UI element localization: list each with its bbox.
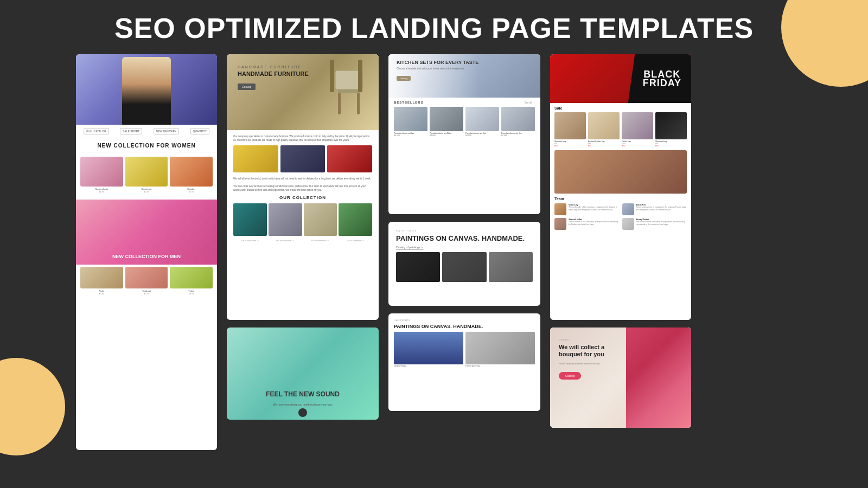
painting-grey-sketch bbox=[465, 332, 535, 364]
collection-link-3[interactable]: Go to collection → bbox=[304, 239, 337, 242]
nav-item-new-delivery[interactable]: NEW DELIVERY bbox=[154, 128, 180, 134]
column-fashion: FULL CATALOG SALE SPORT NEW DELIVERY QUA… bbox=[76, 54, 217, 483]
women-items-grid: Sports shorts $1.99 Sports suit $5.99 Sn… bbox=[76, 152, 217, 197]
list-item[interactable]: Porcelain dinner set 6pc $4 999 bbox=[394, 107, 427, 137]
nav-item-full-catalog[interactable]: FULL CATALOG bbox=[84, 128, 109, 134]
item-image-lime bbox=[170, 267, 213, 288]
painting-pencil-label: Pencil painting bbox=[465, 364, 535, 367]
svg-rect-5 bbox=[358, 60, 362, 92]
music-template-card[interactable]: FEEL THE NEW SOUND We have everything yo… bbox=[227, 328, 379, 420]
item-price: $5.99 bbox=[80, 292, 123, 295]
collection-link-2[interactable]: Go to collection → bbox=[269, 239, 302, 242]
bestsellers-label: BESTSELLERS bbox=[394, 101, 424, 104]
bf-body: Sale Shoulder bag $99 $55 Knotted leathe… bbox=[550, 103, 691, 233]
list-item[interactable]: Sports shorts $1.99 bbox=[80, 157, 123, 193]
bf-store-overlay bbox=[554, 150, 687, 194]
coll-image-plant bbox=[339, 203, 372, 236]
list-item[interactable]: Knotted leather bag $89 $55 bbox=[588, 112, 620, 147]
kitchen-prod-img-1 bbox=[394, 107, 427, 131]
team-member-info: Aleut Kin Senior seamstress, is engaged … bbox=[636, 203, 687, 211]
list-item[interactable]: Shoulder bag $89 $55 bbox=[655, 112, 687, 147]
item-price: $3.99 bbox=[170, 292, 213, 295]
nav-item-sale-sport[interactable]: SALE SPORT bbox=[120, 128, 142, 134]
list-item[interactable]: Oil paintings bbox=[394, 332, 463, 367]
templates-grid: FULL CATALOG SALE SPORT NEW DELIVERY QUA… bbox=[0, 54, 868, 483]
team-grid: Viola Loy The co-founder of the boutique… bbox=[554, 203, 687, 230]
canvas-link[interactable]: Catalog of paintings → bbox=[396, 246, 533, 249]
svg-rect-2 bbox=[338, 93, 341, 114]
list-item[interactable]: Pencil painting bbox=[465, 332, 535, 367]
furniture-template-card[interactable]: HANDMADE FURNITURE HANDMADE FURNITURE Ca… bbox=[227, 54, 379, 320]
furniture-description: Our company specializes in custom made f… bbox=[233, 134, 372, 142]
furniture-description3: You can order any furniture according to… bbox=[233, 184, 372, 192]
list-item[interactable]: Tracksuit $5.99 bbox=[125, 267, 168, 295]
music-subtitle: We have everything you need to please yo… bbox=[227, 403, 379, 406]
collection-link-1[interactable]: Go to collection → bbox=[233, 239, 267, 242]
list-item[interactable]: T-shirt $3.99 bbox=[170, 267, 213, 295]
furniture-description2: We sell all over the world, due to which… bbox=[233, 177, 372, 181]
coll-image-round bbox=[304, 203, 337, 236]
list-item[interactable]: Shoulder bag $99 $55 bbox=[554, 112, 586, 147]
item-image-pink bbox=[80, 157, 123, 187]
fashion-men-hero: NEW COLLECTION FOR MEN bbox=[76, 200, 217, 265]
canvas-images bbox=[396, 252, 533, 282]
item-price: $6.99 bbox=[170, 190, 213, 193]
item-image-orange bbox=[170, 157, 213, 187]
kitchen-subtitle: Choose a headset that suits your home st… bbox=[397, 67, 478, 70]
column-furniture: HANDMADE FURNITURE HANDMADE FURNITURE Ca… bbox=[227, 54, 379, 483]
kitchen-prod-price-1: $4 999 bbox=[394, 134, 427, 137]
bf-bag-4 bbox=[655, 112, 687, 139]
kitchen-title: KITCHEN SETS FOR EVERY TASTE bbox=[397, 60, 478, 66]
list-item[interactable]: Porcelain dinner set Ritter $4 999 bbox=[430, 107, 463, 137]
list-item: Simerd Hillar The co-owner of the compan… bbox=[554, 218, 620, 230]
furniture-hero-title: HANDMADE FURNITURE bbox=[238, 70, 309, 77]
coll-image-grey bbox=[269, 203, 302, 236]
nav-item-quantity[interactable]: QUANTITY bbox=[190, 128, 209, 134]
paintings-title: PAINTINGS ON CANVAS. HANDMADE. bbox=[394, 324, 535, 330]
kitchen-template-card[interactable]: KITCHEN SETS FOR EVERY TASTE Choose a he… bbox=[388, 54, 540, 214]
music-title: FEEL THE NEW SOUND bbox=[227, 390, 379, 398]
furniture-catalog-button[interactable]: Catalog bbox=[238, 84, 256, 90]
kitchen-catalog-button[interactable]: Catalog bbox=[397, 76, 411, 81]
see-all-link[interactable]: See all → bbox=[524, 101, 535, 104]
furniture-hero-section: HANDMADE FURNITURE HANDMADE FURNITURE Ca… bbox=[227, 54, 379, 130]
item-image-yellow bbox=[125, 157, 168, 187]
team-member-info: Avery Potter The creator of the new item… bbox=[636, 218, 687, 226]
team-label: Team bbox=[554, 197, 687, 201]
canvas-eyebrow: PAINTINGS bbox=[396, 229, 533, 232]
flowers-catalog-button[interactable]: Catalog bbox=[559, 372, 581, 380]
column-kitchen: KITCHEN SETS FOR EVERY TASTE Choose a he… bbox=[388, 54, 540, 483]
kitchen-body: BESTSELLERS See all → Porcelain dinner s… bbox=[388, 98, 540, 140]
list-item[interactable]: Sneaker $6.99 bbox=[170, 157, 213, 193]
list-item[interactable]: Sports suit $5.99 bbox=[125, 157, 168, 193]
bf-prod-price-4: $55 bbox=[655, 145, 687, 147]
list-item[interactable]: Nude $5.99 bbox=[80, 267, 123, 295]
list-item[interactable]: Porcelain dinner set 6pc $4 999 bbox=[465, 107, 499, 137]
member-role-1: The co-founder of the boutique, engaged … bbox=[569, 206, 620, 211]
collection-title: OUR COLLECTION bbox=[233, 195, 372, 200]
collection-link-4[interactable]: Go to collection → bbox=[339, 239, 372, 242]
list-item: Viola Loy The co-founder of the boutique… bbox=[554, 203, 620, 215]
paintings-template-card[interactable]: HANDMADE PAINTINGS ON CANVAS. HANDMADE. … bbox=[388, 313, 540, 411]
flowers-template-card[interactable]: GRENCI We will collect a bouquet for you… bbox=[550, 328, 691, 428]
kitchen-prod-price-4: $4 999 bbox=[501, 134, 535, 137]
coll-image-teal bbox=[233, 203, 267, 236]
fashion-hero-image bbox=[76, 54, 217, 125]
kitchen-prod-img-4 bbox=[501, 107, 535, 131]
fashion-template-card[interactable]: FULL CATALOG SALE SPORT NEW DELIVERY QUA… bbox=[76, 54, 217, 450]
blackfriday-template-card[interactable]: BLACKFRIDAY Sale Shoulder bag $99 $55 Kn… bbox=[550, 54, 691, 320]
painting-oil-label: Oil paintings bbox=[394, 364, 463, 367]
item-image-beige bbox=[80, 267, 123, 288]
flowers-title: We will collect a bouquet for you bbox=[559, 344, 621, 358]
flowers-eyebrow: GRENCI bbox=[559, 338, 621, 341]
kitchen-prod-price-2: $4 999 bbox=[430, 134, 463, 137]
furniture-brand: HANDMADE FURNITURE bbox=[238, 65, 309, 69]
women-collection-title: NEW COLLECTION FOR WOMEN bbox=[76, 138, 217, 152]
list-item[interactable]: Fabric bag $109 $55 bbox=[622, 112, 653, 147]
furniture-image-dark bbox=[280, 145, 326, 172]
canvas-template-card[interactable]: PAINTINGS PAINTINGS ON CANVAS. HANDMADE.… bbox=[388, 222, 540, 306]
bf-text: BLACKFRIDAY bbox=[643, 70, 681, 87]
list-item[interactable]: Porcelain dinner set 6pc $4 999 bbox=[501, 107, 535, 137]
kitchen-prod-price-3: $4 999 bbox=[465, 134, 499, 137]
paintings-images: Oil paintings Pencil painting bbox=[394, 332, 535, 367]
